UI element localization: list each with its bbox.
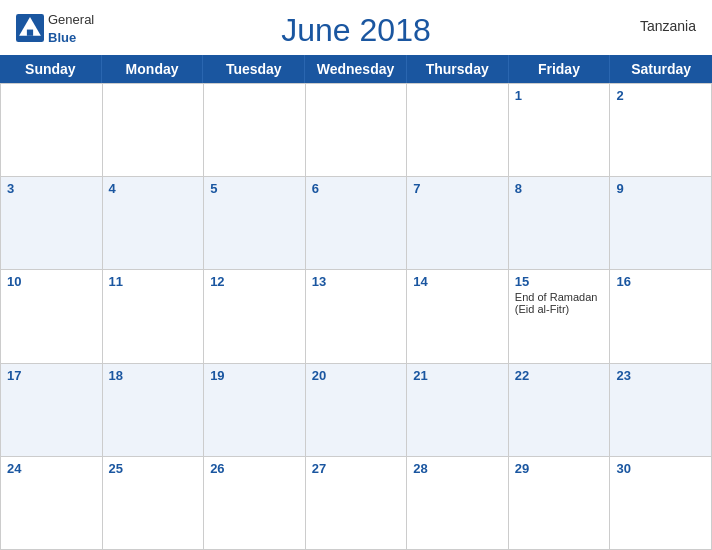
day-monday: Monday: [102, 55, 204, 83]
cell-number: 8: [515, 181, 604, 196]
cell-number: 20: [312, 368, 401, 383]
calendar-cell: 5: [204, 177, 306, 270]
cell-number: 11: [109, 274, 198, 289]
calendar-cell: 25: [103, 457, 205, 550]
calendar-cell: 7: [407, 177, 509, 270]
calendar-cell: 28: [407, 457, 509, 550]
day-thursday: Thursday: [407, 55, 509, 83]
cell-number: 18: [109, 368, 198, 383]
calendar-container: General Blue June 2018 Tanzania Sunday M…: [0, 0, 712, 550]
day-friday: Friday: [509, 55, 611, 83]
cell-number: 24: [7, 461, 96, 476]
day-sunday: Sunday: [0, 55, 102, 83]
cell-number: 15: [515, 274, 604, 289]
cell-event: End of Ramadan (Eid al-Fitr): [515, 291, 604, 315]
cell-number: 17: [7, 368, 96, 383]
svg-rect-2: [27, 30, 33, 36]
calendar-cell: 13: [306, 270, 408, 363]
cell-number: 30: [616, 461, 705, 476]
calendar-cell: 18: [103, 364, 205, 457]
cell-number: 27: [312, 461, 401, 476]
day-wednesday: Wednesday: [305, 55, 407, 83]
cell-number: 4: [109, 181, 198, 196]
calendar-cell: 16: [610, 270, 712, 363]
cell-number: 9: [616, 181, 705, 196]
calendar-title: June 2018: [281, 12, 430, 49]
calendar-cell: 30: [610, 457, 712, 550]
calendar-header: General Blue June 2018 Tanzania: [0, 0, 712, 55]
calendar-cell: 1: [509, 84, 611, 177]
cell-number: 22: [515, 368, 604, 383]
calendar-cell: 26: [204, 457, 306, 550]
logo-blue: Blue: [48, 30, 76, 45]
cell-number: 16: [616, 274, 705, 289]
cell-number: 6: [312, 181, 401, 196]
calendar-cell: 14: [407, 270, 509, 363]
calendar-cell: 12: [204, 270, 306, 363]
calendar-cell: [306, 84, 408, 177]
calendar-cell: 17: [1, 364, 103, 457]
day-tuesday: Tuesday: [203, 55, 305, 83]
cell-number: 2: [616, 88, 705, 103]
calendar-cell: [103, 84, 205, 177]
calendar-grid: 123456789101112131415End of Ramadan (Eid…: [0, 83, 712, 550]
day-saturday: Saturday: [610, 55, 712, 83]
cell-number: 12: [210, 274, 299, 289]
calendar-cell: [407, 84, 509, 177]
calendar-cell: 24: [1, 457, 103, 550]
cell-number: 7: [413, 181, 502, 196]
calendar-cell: [204, 84, 306, 177]
calendar-cell: 22: [509, 364, 611, 457]
cell-number: 10: [7, 274, 96, 289]
calendar-cell: 9: [610, 177, 712, 270]
calendar-cell: 6: [306, 177, 408, 270]
cell-number: 29: [515, 461, 604, 476]
calendar-cell: 23: [610, 364, 712, 457]
calendar-cell: 2: [610, 84, 712, 177]
calendar-cell: 15End of Ramadan (Eid al-Fitr): [509, 270, 611, 363]
cell-number: 5: [210, 181, 299, 196]
cell-number: 19: [210, 368, 299, 383]
days-header: Sunday Monday Tuesday Wednesday Thursday…: [0, 55, 712, 83]
logo-general: General: [48, 12, 94, 27]
calendar-cell: 8: [509, 177, 611, 270]
calendar-cell: 10: [1, 270, 103, 363]
calendar-cell: [1, 84, 103, 177]
calendar-cell: 19: [204, 364, 306, 457]
calendar-cell: 20: [306, 364, 408, 457]
logo-text: General Blue: [48, 10, 94, 46]
cell-number: 23: [616, 368, 705, 383]
cell-number: 1: [515, 88, 604, 103]
cell-number: 28: [413, 461, 502, 476]
calendar-cell: 11: [103, 270, 205, 363]
cell-number: 25: [109, 461, 198, 476]
calendar-cell: 27: [306, 457, 408, 550]
logo-area: General Blue: [16, 10, 94, 46]
calendar-cell: 3: [1, 177, 103, 270]
calendar-cell: 4: [103, 177, 205, 270]
calendar-cell: 21: [407, 364, 509, 457]
cell-number: 14: [413, 274, 502, 289]
cell-number: 21: [413, 368, 502, 383]
cell-number: 3: [7, 181, 96, 196]
generalblue-logo-icon: [16, 14, 44, 42]
country-label: Tanzania: [640, 18, 696, 34]
cell-number: 13: [312, 274, 401, 289]
calendar-cell: 29: [509, 457, 611, 550]
cell-number: 26: [210, 461, 299, 476]
